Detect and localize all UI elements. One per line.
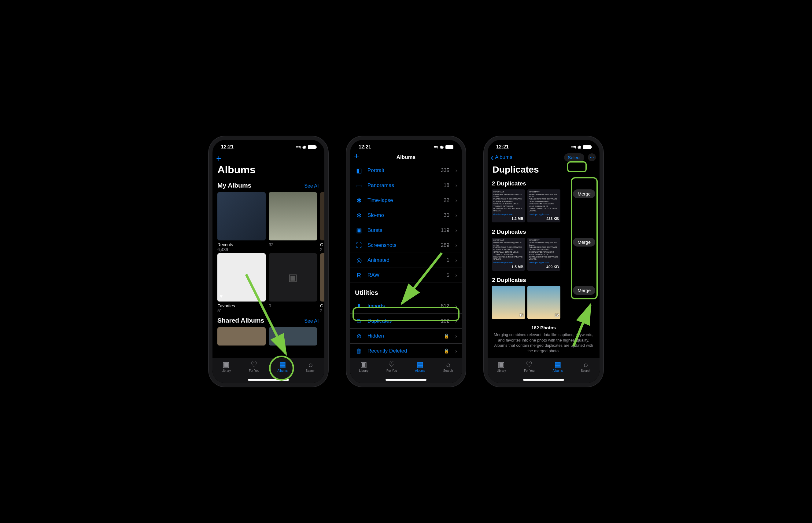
album-recents[interactable]: Recents 6,439 bbox=[218, 192, 266, 252]
tab-search[interactable]: ⌕Search bbox=[581, 361, 591, 383]
utility-row-imports[interactable]: ⬇ Imports 812 › bbox=[350, 299, 462, 314]
imports-icon: ⬇ bbox=[355, 302, 363, 310]
media-type-row-slo-mo[interactable]: ✻ Slo-mo 30 › bbox=[350, 208, 462, 223]
shared-album[interactable] bbox=[218, 327, 266, 345]
row-label: RAW bbox=[367, 272, 442, 278]
utility-row-recently-deleted[interactable]: 🗑 Recently Deleted 🔒 › bbox=[350, 344, 462, 359]
more-button[interactable]: ⋯ bbox=[588, 154, 596, 161]
duplicate-group: 2 Duplicates IMPORTANTPlease read before… bbox=[488, 177, 600, 226]
time-lapse-icon: ✱ bbox=[355, 196, 363, 204]
file-size: 499 KB bbox=[546, 265, 559, 269]
status-time: 12:21 bbox=[359, 144, 371, 150]
scroll-content[interactable]: + Albums My Albums See All Recents 6,439… bbox=[212, 151, 324, 367]
my-albums-header: My Albums See All bbox=[212, 178, 324, 192]
chevron-right-icon: › bbox=[455, 348, 457, 354]
nav-header: Albums Select ⋯ bbox=[488, 151, 600, 163]
chevron-right-icon: › bbox=[455, 333, 457, 339]
row-label: Recently Deleted bbox=[367, 348, 439, 354]
status-icons bbox=[571, 144, 591, 150]
group-title: 2 Duplicates bbox=[492, 274, 595, 286]
wifi-icon bbox=[303, 144, 306, 150]
scroll-list[interactable]: ◧ Portrait 335 ›▭ Panoramas 18 ›✱ Time-l… bbox=[350, 163, 462, 367]
slo-mo-icon: ✻ bbox=[355, 211, 363, 219]
select-button[interactable]: Select bbox=[564, 154, 584, 162]
merge-button[interactable]: Merge bbox=[573, 286, 595, 295]
media-type-row-time-lapse[interactable]: ✱ Time-lapse 22 › bbox=[350, 193, 462, 208]
phone-albums-main: 12:21 + Albums My Albums See All Recents… bbox=[209, 136, 328, 387]
album-grid-row2: ♥ Favorites 51 ▣ 0 C 2 bbox=[212, 253, 324, 313]
home-indicator[interactable] bbox=[248, 379, 289, 381]
library-icon: ▣ bbox=[223, 361, 230, 368]
media-type-row-panoramas[interactable]: ▭ Panoramas 18 › bbox=[350, 178, 462, 193]
utilities-header: Utilities bbox=[350, 283, 462, 299]
media-type-row-portrait[interactable]: ◧ Portrait 335 › bbox=[350, 163, 462, 178]
chevron-right-icon: › bbox=[455, 318, 457, 324]
duplicate-thumb[interactable]: IMPORTANTPlease read before using your i… bbox=[528, 190, 560, 222]
phone-duplicates: 12:21 Albums Select ⋯ Duplicates 2 Dupli… bbox=[484, 136, 603, 387]
tab-library[interactable]: ▣Library bbox=[221, 361, 231, 383]
chevron-right-icon: › bbox=[455, 197, 457, 204]
album-empty[interactable]: ▣ 0 bbox=[269, 253, 317, 313]
back-button[interactable]: Albums bbox=[491, 154, 513, 160]
duplicate-thumb[interactable]: 12 bbox=[492, 286, 525, 319]
row-count: 812 bbox=[441, 303, 449, 309]
shared-album[interactable] bbox=[269, 327, 317, 345]
row-label: Imports bbox=[367, 303, 436, 309]
add-album-button[interactable]: + bbox=[354, 151, 359, 161]
duplicates-scroll[interactable]: 2 Duplicates IMPORTANTPlease read before… bbox=[488, 177, 600, 359]
tab-library[interactable]: ▣Library bbox=[497, 361, 506, 383]
album-item[interactable]: 32 bbox=[269, 192, 317, 252]
row-count: 1 bbox=[447, 257, 449, 263]
media-type-row-screenshots[interactable]: ⛶ Screenshots 289 › bbox=[350, 238, 462, 253]
duplicate-thumb[interactable]: IMPORTANTPlease read before using your i… bbox=[492, 238, 525, 271]
battery-icon bbox=[583, 145, 591, 149]
bursts-icon: ▣ bbox=[355, 227, 363, 234]
heart-icon: ♥ bbox=[220, 293, 223, 299]
row-label: Hidden bbox=[367, 333, 439, 339]
library-icon: ▣ bbox=[498, 361, 505, 368]
album-favorites[interactable]: ♥ Favorites 51 bbox=[218, 253, 266, 313]
content: 2 Duplicates IMPORTANTPlease read before… bbox=[488, 177, 600, 359]
media-type-row-animated[interactable]: ◎ Animated 1 › bbox=[350, 253, 462, 268]
shared-albums-label: Shared Albums bbox=[218, 317, 264, 324]
row-label: Bursts bbox=[367, 227, 436, 233]
utility-row-duplicates[interactable]: ⧉ Duplicates 182 › bbox=[350, 314, 462, 329]
tab-library[interactable]: ▣Library bbox=[359, 361, 368, 383]
screenshots-icon: ⛶ bbox=[355, 241, 363, 249]
nav-header: + Albums bbox=[350, 151, 462, 163]
my-albums-label: My Albums bbox=[218, 182, 251, 189]
merge-button[interactable]: Merge bbox=[573, 190, 595, 198]
page-title: Albums bbox=[212, 164, 324, 178]
content: + Albums My Albums See All Recents 6,439… bbox=[212, 151, 324, 367]
merge-button[interactable]: Merge bbox=[573, 238, 595, 247]
home-indicator[interactable] bbox=[385, 379, 427, 381]
chevron-right-icon: › bbox=[455, 212, 457, 219]
status-icons bbox=[296, 144, 316, 150]
home-indicator[interactable] bbox=[523, 379, 564, 381]
duplicate-thumb[interactable]: IMPORTANTPlease read before using your i… bbox=[528, 238, 560, 271]
tab-search[interactable]: ⌕Search bbox=[443, 361, 453, 383]
add-album-button[interactable]: + bbox=[216, 154, 222, 164]
chevron-right-icon: › bbox=[455, 257, 457, 264]
lock-icon: 🔒 bbox=[444, 348, 449, 354]
chevron-right-icon: › bbox=[455, 272, 457, 278]
see-all-button[interactable]: See All bbox=[304, 183, 319, 189]
photo-count: 182 Photos bbox=[488, 325, 600, 330]
media-type-row-bursts[interactable]: ▣ Bursts 119 › bbox=[350, 223, 462, 238]
search-icon: ⌕ bbox=[446, 361, 450, 368]
row-label: Portrait bbox=[367, 167, 436, 174]
library-icon: ▣ bbox=[360, 361, 367, 368]
row-count: 30 bbox=[444, 212, 449, 218]
see-all-button[interactable]: See All bbox=[304, 318, 319, 324]
duplicates-icon: ⧉ bbox=[355, 317, 363, 325]
media-type-row-raw[interactable]: R RAW 5 › bbox=[350, 268, 462, 283]
album-item-partial[interactable]: C 2 bbox=[320, 192, 324, 252]
duplicate-thumb[interactable]: 12 bbox=[528, 286, 560, 319]
row-count: 119 bbox=[441, 227, 449, 233]
tab-search[interactable]: ⌕Search bbox=[306, 361, 315, 383]
chevron-right-icon: › bbox=[455, 182, 457, 189]
album-item-partial[interactable]: C 2 bbox=[320, 253, 324, 313]
utility-row-hidden[interactable]: ⊘ Hidden 🔒 › bbox=[350, 329, 462, 344]
duplicate-thumb[interactable]: IMPORTANTPlease read before using your i… bbox=[492, 190, 525, 222]
row-count: 182 bbox=[441, 318, 449, 324]
